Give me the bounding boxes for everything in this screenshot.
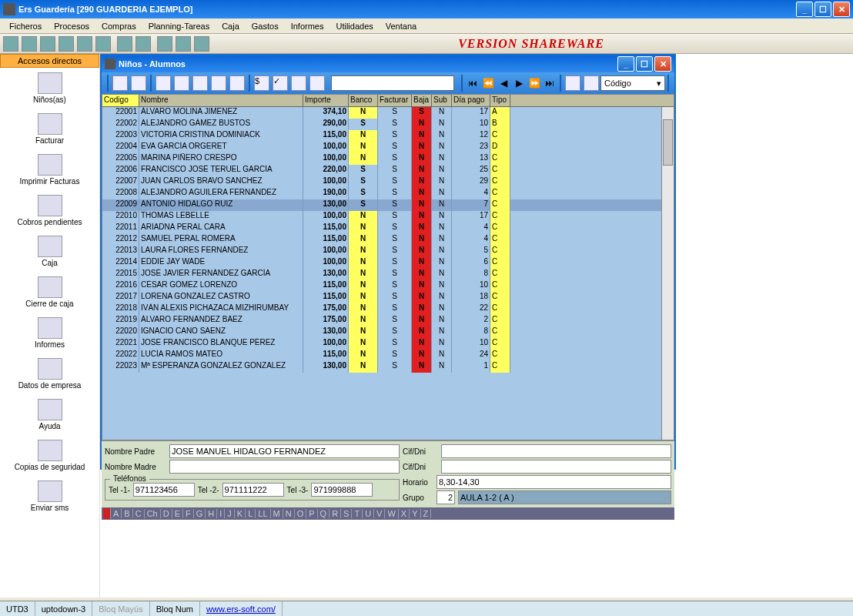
- table-row[interactable]: 22019ÁLVARO FERNÁNDEZ BÁEZ175,00NSNN2C: [102, 315, 674, 326]
- tb-icon-5[interactable]: [77, 36, 92, 52]
- grupo-num-input[interactable]: [437, 490, 455, 504]
- padre-input[interactable]: [169, 444, 400, 458]
- alpha-P[interactable]: P: [306, 509, 317, 518]
- check-icon[interactable]: ✓: [273, 75, 288, 91]
- col-importe[interactable]: Importe: [303, 95, 349, 106]
- search-input[interactable]: [331, 75, 454, 91]
- tb-icon-7[interactable]: [117, 36, 132, 52]
- alpha-S[interactable]: S: [341, 509, 352, 518]
- new-icon[interactable]: [112, 75, 128, 91]
- alpha-C[interactable]: C: [133, 509, 145, 518]
- nav-last[interactable]: ⏭: [543, 76, 557, 90]
- sort-combo[interactable]: Código▾: [600, 75, 665, 91]
- col-día pago[interactable]: Día pago: [452, 95, 490, 106]
- sidebar-item-2[interactable]: Imprimir Facturas: [0, 149, 99, 190]
- tb-icon-8[interactable]: [135, 36, 151, 52]
- table-row[interactable]: 22016CÉSAR GÓMEZ LORENZO115,00NSNN10C: [102, 280, 674, 292]
- col-sub[interactable]: Sub: [432, 95, 452, 106]
- sidebar-item-4[interactable]: Caja: [0, 231, 99, 272]
- grid-icon[interactable]: [291, 75, 306, 91]
- col-baja[interactable]: Baja: [412, 95, 432, 106]
- menu-utilidades[interactable]: Utilidades: [329, 20, 379, 32]
- alpha-F[interactable]: F: [183, 509, 194, 518]
- alpha-Y[interactable]: Y: [410, 509, 420, 518]
- menu-ficheros[interactable]: Ficheros: [3, 20, 48, 32]
- alpha-D[interactable]: D: [161, 509, 172, 518]
- alpha-R[interactable]: R: [329, 509, 341, 518]
- sidebar-item-0[interactable]: Niños(as): [0, 68, 99, 109]
- sidebar-item-10[interactable]: Enviar sms: [0, 476, 99, 517]
- alpha-K[interactable]: K: [235, 509, 246, 518]
- sidebar-item-7[interactable]: Datos de empresa: [0, 353, 99, 394]
- alpha-U[interactable]: U: [363, 509, 374, 518]
- nav-next[interactable]: ▶: [512, 76, 526, 90]
- table-row[interactable]: 22020IGNACIO CANO SAENZ130,00NSNN8C: [102, 326, 674, 338]
- table-row[interactable]: 22011ARIADNA PERAL CARA115,00NSNN4C: [102, 223, 674, 234]
- alpha-G[interactable]: G: [194, 509, 206, 518]
- table-row[interactable]: 22015JOSÉ JAVIER FERNÁNDEZ GARCÍA130,00N…: [102, 269, 674, 280]
- alpha-M[interactable]: M: [271, 509, 283, 518]
- table-row[interactable]: 22008ALEJANDRO AGUILERA FERNÁNDEZ190,00S…: [102, 188, 674, 199]
- alpha-J[interactable]: J: [225, 509, 235, 518]
- close-button[interactable]: ✕: [833, 2, 850, 17]
- menu-planning-tareas[interactable]: Planning-Tareas: [142, 20, 216, 32]
- refresh-icon[interactable]: [229, 75, 245, 91]
- alpha-all[interactable]: [103, 508, 111, 519]
- tb-icon-2[interactable]: [22, 36, 37, 52]
- col-facturar[interactable]: Facturar: [378, 95, 412, 106]
- table-row[interactable]: 22013LAURA FLORES FERNÁNDEZ100,00NSNN5C: [102, 246, 674, 257]
- table-row[interactable]: 22006FRANCISCO JOSÉ TERUEL GARCÍA220,00S…: [102, 165, 674, 176]
- alpha-X[interactable]: X: [399, 509, 410, 518]
- scrollbar-vertical[interactable]: [661, 107, 674, 440]
- sidebar-item-5[interactable]: Cierre de caja: [0, 272, 99, 313]
- copy-icon[interactable]: [156, 75, 171, 91]
- alpha-L[interactable]: L: [246, 509, 256, 518]
- table-row[interactable]: 22017LORENA GONZALEZ CASTRO115,00NSNN18C: [102, 292, 674, 303]
- alpha-A[interactable]: A: [111, 509, 122, 518]
- sidebar-item-6[interactable]: Informes: [0, 313, 99, 353]
- child-minimize-button[interactable]: _: [617, 56, 634, 72]
- alpha-Q[interactable]: Q: [318, 509, 330, 518]
- alpha-V[interactable]: V: [374, 509, 385, 518]
- edit-icon[interactable]: [131, 75, 146, 91]
- tb-icon-9[interactable]: [157, 36, 172, 52]
- table-row[interactable]: 22022LUCÍA RAMOS MATEO115,00NSNN24C: [102, 350, 674, 361]
- cif1-input[interactable]: [441, 444, 671, 458]
- child-close-button[interactable]: ✕: [654, 56, 671, 72]
- menu-gastos[interactable]: Gastos: [246, 20, 285, 32]
- erase-icon[interactable]: [565, 75, 580, 91]
- madre-input[interactable]: [169, 460, 400, 474]
- horario-input[interactable]: [437, 475, 671, 489]
- alpha-E[interactable]: E: [172, 509, 183, 518]
- table-row[interactable]: 22010THOMAS LEBELLE100,00NSNN17C: [102, 211, 674, 223]
- color-icon[interactable]: [584, 75, 599, 91]
- alpha-B[interactable]: B: [122, 509, 132, 518]
- col-codigo[interactable]: Codigo: [102, 95, 139, 106]
- child-maximize-button[interactable]: ☐: [636, 56, 653, 72]
- menu-informes[interactable]: Informes: [285, 20, 330, 32]
- table-row[interactable]: 22021JOSE FRANCISCO BLANQUE PÉREZ100,00N…: [102, 338, 674, 350]
- table-row[interactable]: 22014EDDIE JAY WADE100,00NSNN6C: [102, 257, 674, 269]
- sidebar-item-9[interactable]: Copias de seguridad: [0, 435, 99, 476]
- tb-icon-6[interactable]: [95, 36, 111, 52]
- tool-icon[interactable]: [211, 75, 226, 91]
- nav-first[interactable]: ⏮: [466, 76, 480, 90]
- col-nombre[interactable]: Nombre: [139, 95, 303, 106]
- table-row[interactable]: 22001ÁLVARO MOLINA JIMENEZ374,10NSSN17A: [102, 107, 674, 119]
- minimize-button[interactable]: _: [796, 2, 813, 17]
- nav-next-page[interactable]: ⏩: [527, 76, 541, 90]
- table-row[interactable]: 22018IVÁN ALEXIS PICHAZACA MIZHIRUMBAY17…: [102, 303, 674, 315]
- alpha-W[interactable]: W: [385, 509, 398, 518]
- sidebar-item-1[interactable]: Facturar: [0, 109, 99, 149]
- alpha-N[interactable]: N: [283, 509, 295, 518]
- col-banco[interactable]: Banco: [349, 95, 378, 106]
- nav-prev-page[interactable]: ⏪: [481, 76, 495, 90]
- money-icon[interactable]: $: [254, 75, 269, 91]
- status-url[interactable]: www.ers-soft.com/: [200, 601, 283, 616]
- export-icon[interactable]: [192, 75, 208, 91]
- menu-compras[interactable]: Compras: [95, 20, 142, 32]
- maximize-button[interactable]: ☐: [815, 2, 831, 17]
- tb-icon-10[interactable]: [176, 36, 191, 52]
- tb-icon-3[interactable]: [40, 36, 55, 52]
- menu-ventana[interactable]: Ventana: [380, 20, 423, 32]
